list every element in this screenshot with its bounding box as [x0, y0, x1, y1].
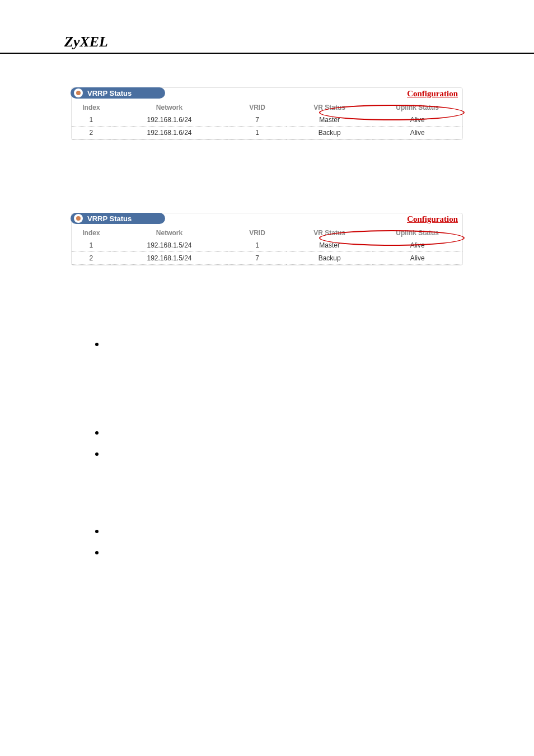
cell-network: 192.168.1.6/24	[111, 127, 228, 139]
configuration-link[interactable]: Configuration	[407, 214, 458, 224]
panel-title: VRRP Status	[87, 89, 132, 97]
col-vrid: VRID	[228, 101, 287, 114]
cell-uplink: Alive	[372, 252, 462, 265]
page-header: ZyXEL	[0, 34, 534, 54]
col-uplink: Uplink Status	[372, 227, 462, 239]
col-index: Index	[72, 227, 111, 239]
cell-vrstatus: Backup	[287, 127, 373, 139]
bullet-list	[0, 338, 534, 557]
cell-vrid: 1	[228, 127, 287, 139]
panel-title-pill: VRRP Status	[71, 213, 165, 224]
table-header-row: Index Network VRID VR Status Uplink Stat…	[72, 227, 462, 239]
status-inner-dot-icon	[76, 91, 81, 95]
bullet-icon	[95, 530, 99, 533]
table-row: 2 192.168.1.5/24 7 Backup Alive	[72, 252, 462, 265]
panel-header: VRRP Status Configuration	[72, 213, 462, 226]
table-header-row: Index Network VRID VR Status Uplink Stat…	[72, 101, 462, 114]
vrrp-status-panel-2: VRRP Status Configuration Index Network …	[71, 213, 463, 265]
cell-vrid: 1	[228, 239, 287, 252]
panel-header: VRRP Status Configuration	[72, 88, 462, 100]
col-vrstatus: VR Status	[287, 101, 373, 114]
cell-vrstatus: Backup	[287, 252, 373, 265]
bullet-icon	[95, 431, 99, 435]
col-uplink: Uplink Status	[372, 101, 462, 114]
vrrp-status-table: Index Network VRID VR Status Uplink Stat…	[72, 101, 462, 139]
cell-network: 192.168.1.5/24	[111, 239, 228, 252]
bullet-icon	[95, 452, 99, 456]
cell-uplink: Alive	[372, 127, 462, 139]
cell-network: 192.168.1.6/24	[111, 114, 228, 127]
cell-vrid: 7	[228, 114, 287, 127]
cell-index: 1	[72, 239, 111, 252]
cell-index: 2	[72, 252, 111, 265]
col-vrid: VRID	[228, 227, 287, 239]
col-network: Network	[111, 101, 228, 114]
cell-uplink: Alive	[372, 114, 462, 127]
cell-index: 1	[72, 114, 111, 127]
cell-vrstatus: Master	[287, 114, 373, 127]
panel-title-pill: VRRP Status	[71, 87, 165, 99]
bullet-icon	[95, 551, 99, 554]
cell-vrid: 7	[228, 252, 287, 265]
brand-logo: ZyXEL	[64, 34, 108, 50]
col-vrstatus: VR Status	[287, 227, 373, 239]
vrrp-status-table: Index Network VRID VR Status Uplink Stat…	[72, 227, 462, 265]
status-inner-dot-icon	[76, 216, 81, 221]
col-index: Index	[72, 101, 111, 114]
cell-index: 2	[72, 127, 111, 139]
table-row: 2 192.168.1.6/24 1 Backup Alive	[72, 127, 462, 139]
status-dot-icon	[74, 88, 83, 97]
panel-title: VRRP Status	[87, 214, 132, 223]
status-dot-icon	[74, 214, 83, 223]
cell-network: 192.168.1.5/24	[111, 252, 228, 265]
cell-vrstatus: Master	[287, 239, 373, 252]
cell-uplink: Alive	[372, 239, 462, 252]
col-network: Network	[111, 227, 228, 239]
table-row: 1 192.168.1.5/24 1 Master Alive	[72, 239, 462, 252]
vrrp-status-panel-1: VRRP Status Configuration Index Network …	[71, 87, 463, 140]
table-row: 1 192.168.1.6/24 7 Master Alive	[72, 114, 462, 127]
bullet-icon	[95, 343, 99, 346]
configuration-link[interactable]: Configuration	[407, 89, 458, 99]
